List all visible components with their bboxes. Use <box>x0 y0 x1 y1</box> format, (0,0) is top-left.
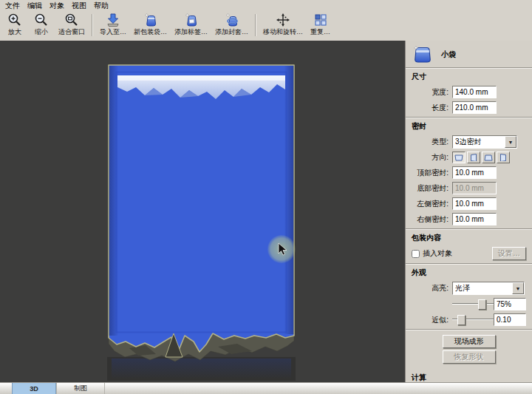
left-seal-input[interactable] <box>452 197 497 210</box>
section-seal-title: 密封 <box>412 121 526 132</box>
zoom-in-button[interactable]: 放大 <box>1 12 28 37</box>
direction-option-3[interactable] <box>482 152 495 163</box>
menu-view[interactable]: 视图 <box>68 1 90 11</box>
seal-type-value: 3边密封 <box>453 137 505 147</box>
toolbar-button-label: 重复… <box>310 27 330 37</box>
move-rotate-icon <box>276 13 290 27</box>
menu-object[interactable]: 对象 <box>46 1 68 11</box>
divider <box>406 117 532 118</box>
bag-3d-render <box>107 63 296 381</box>
right-seal-label: 右侧密封: <box>412 214 449 225</box>
zoom-out-icon <box>34 13 49 27</box>
live-shaping-button[interactable]: 现场成形 <box>443 335 496 348</box>
top-seal-label: 顶部密封: <box>412 168 449 178</box>
divider <box>406 329 532 330</box>
pouch-icon <box>412 45 434 64</box>
toolbar: 放大 缩小 适合窗口 导入至… <box>0 11 532 42</box>
slider-track <box>452 303 494 305</box>
width-input[interactable] <box>452 86 497 98</box>
approx-label: 近似: <box>412 315 449 325</box>
toolbar-button-label: 导入至… <box>100 27 126 37</box>
new-bag-button[interactable]: 新包装袋… <box>130 12 171 37</box>
right-seal-input[interactable] <box>452 213 497 225</box>
panel-header: 小袋 <box>412 45 526 64</box>
top-seal-input[interactable] <box>452 166 497 179</box>
tab-3d[interactable]: 3D <box>12 383 56 394</box>
section-contents-title: 包装内容 <box>412 233 526 243</box>
seal-type-dropdown[interactable]: 3边密封 ▼ <box>452 135 517 149</box>
app-window: 文件 编辑 对象 视图 帮助 放大 缩小 <box>0 0 532 394</box>
toolbar-button-label: 适合窗口 <box>58 27 85 37</box>
section-appearance-title: 外观 <box>412 268 526 278</box>
zoom-out-button[interactable]: 缩小 <box>28 12 55 37</box>
section-dimensions-title: 尺寸 <box>412 72 526 82</box>
toolbar-separator <box>255 14 256 36</box>
direction-option-4[interactable] <box>497 152 510 163</box>
import-into-button[interactable]: 导入至… <box>96 12 130 37</box>
direction-buttons <box>452 152 510 163</box>
action-buttons: 现场成形 恢复形状 <box>412 335 526 364</box>
toolbar-separator <box>92 14 93 36</box>
tab-drawing[interactable]: 制图 <box>56 383 105 394</box>
viewport-3d[interactable] <box>0 41 405 382</box>
slider-thumb[interactable] <box>478 299 486 310</box>
pouch-orientation-icon <box>454 154 463 161</box>
toolbar-button-label: 移动和旋转… <box>263 27 303 37</box>
gloss-slider[interactable] <box>452 299 494 309</box>
menu-bar: 文件 编辑 对象 视图 帮助 <box>0 0 532 11</box>
highlight-dropdown[interactable]: 光泽 ▼ <box>452 282 525 295</box>
length-label: 长度: <box>412 103 449 113</box>
properties-panel: 小袋 尺寸 宽度: 长度: 密封 类型: 3边密封 ▼ <box>405 41 532 382</box>
cursor-arrow-icon <box>278 242 287 256</box>
left-seal-label: 左侧密封: <box>412 199 449 209</box>
view-tabs-bar: 3D 制图 <box>0 382 532 394</box>
slider-thumb[interactable] <box>457 315 466 325</box>
bottom-seal-label: 底部密封: <box>412 183 449 194</box>
bottom-seal-input <box>452 182 497 194</box>
direction-option-2[interactable] <box>467 152 480 163</box>
seal-direction-label: 方向: <box>412 152 449 163</box>
toolbar-button-label: 缩小 <box>35 27 48 37</box>
approx-slider-row: 近似: <box>412 313 526 326</box>
toolbar-button-label: 添加封套… <box>215 27 248 37</box>
menu-help[interactable]: 帮助 <box>90 1 112 11</box>
settings-button: 设置… <box>492 247 526 260</box>
import-icon <box>106 13 120 27</box>
seal-direction-row: 方向: <box>412 152 526 163</box>
divider <box>406 228 532 230</box>
insert-object-row: 插入对象 设置… <box>412 247 526 260</box>
toolbar-button-label: 新包装袋… <box>134 27 167 37</box>
length-input[interactable] <box>452 101 497 114</box>
right-seal-row: 右侧密封: <box>412 213 526 225</box>
seal-type-row: 类型: 3边密封 ▼ <box>412 135 526 149</box>
approx-value-input[interactable] <box>494 313 526 326</box>
menu-edit[interactable]: 编辑 <box>24 1 46 11</box>
gloss-value-input[interactable] <box>494 298 526 310</box>
highlight-label: 高亮: <box>412 283 449 293</box>
divider <box>406 263 532 265</box>
menu-file[interactable]: 文件 <box>1 1 24 11</box>
fit-window-button[interactable]: 适合窗口 <box>55 12 89 37</box>
add-sleeve-button[interactable]: 添加封套… <box>211 12 252 37</box>
seal-type-label: 类型: <box>412 137 449 147</box>
divider <box>406 67 532 69</box>
pouch-orientation-icon <box>499 154 508 161</box>
move-rotate-button[interactable]: 移动和旋转… <box>259 12 307 37</box>
direction-option-1[interactable] <box>452 152 466 163</box>
add-label-icon <box>184 13 199 27</box>
chevron-down-icon: ▼ <box>512 282 524 294</box>
restore-shape-button: 恢复形状 <box>443 350 496 364</box>
insert-object-label: 插入对象 <box>423 248 452 259</box>
repeat-button[interactable]: 重复… <box>307 12 334 37</box>
toolbar-button-label: 添加标签… <box>174 27 208 37</box>
length-row: 长度: <box>412 101 526 114</box>
add-label-button[interactable]: 添加标签… <box>171 12 211 37</box>
left-seal-row: 左侧密封: <box>412 197 526 210</box>
width-row: 宽度: <box>412 86 526 98</box>
main-area: 小袋 尺寸 宽度: 长度: 密封 类型: 3边密封 ▼ <box>0 41 532 382</box>
highlight-value: 光泽 <box>453 283 512 293</box>
add-sleeve-icon <box>225 13 239 27</box>
insert-object-checkbox[interactable] <box>412 250 420 258</box>
new-bag-icon <box>143 13 158 27</box>
approx-slider[interactable] <box>452 315 494 325</box>
